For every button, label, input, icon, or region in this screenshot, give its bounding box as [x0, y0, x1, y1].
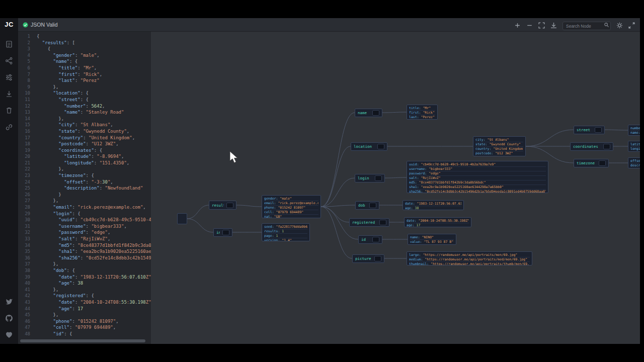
line-code: "email": "rick.perez@example.com",	[37, 204, 146, 211]
line-number: 13	[18, 109, 30, 116]
graph-node-timezone-values[interactable]: offset: "-3:30"description: "Newfoundlan…	[628, 157, 640, 168]
file-icon[interactable]	[5, 40, 13, 48]
twitter-icon[interactable]	[5, 298, 13, 306]
graph-node-dob-values[interactable]: date: "1983-12-11T20:56:07.610Z"age: 38	[403, 200, 464, 210]
app-logo[interactable]: JC	[0, 19, 18, 30]
graph-node-dob[interactable]: dob	[355, 201, 379, 210]
graph-node-timezone[interactable]: timezone	[574, 159, 609, 167]
graph-node-id-values[interactable]: name: "NINO"value: "TL 87 93 87 B"	[408, 234, 456, 245]
editor-horizontal-scrollbar[interactable]	[20, 339, 148, 342]
editor-line: 29 "login": {	[18, 211, 151, 217]
graph-node-person[interactable]: gender: "male"email: "rick.perez@example…	[262, 195, 321, 218]
line-number: 4	[18, 52, 30, 59]
node-label: picture	[355, 256, 371, 261]
line-code: "registered": {	[37, 293, 94, 299]
settings-gear-icon[interactable]	[616, 22, 623, 28]
graph-node-name[interactable]: name	[355, 109, 382, 117]
graph-node-coordinates[interactable]: coordinates	[570, 142, 613, 151]
line-code: "username": "bigbear333",	[37, 223, 127, 230]
line-code: "password": "edge",	[37, 229, 110, 236]
graph-node-location-values[interactable]: city: "St Albans"state: "Gwynedd County"…	[473, 136, 526, 156]
json-editor[interactable]: 1{2 "results": [3 {4 "gender": "male",5 …	[18, 31, 151, 344]
line-code: "phone": "015242 81097",	[37, 318, 119, 325]
editor-line: 39 "date": "1983-12-11T20:56:07.610Z",	[18, 274, 151, 281]
graph-node-results[interactable]: results	[209, 201, 236, 210]
node-row: password: "edge"	[409, 171, 546, 176]
graph-node-registered[interactable]: registered	[349, 218, 389, 227]
graph-node-root[interactable]	[177, 213, 187, 224]
child-count-badge	[377, 144, 384, 149]
graph-node-info-values[interactable]: seed: "fa2281776dda9b64"results: 1page: …	[262, 223, 310, 241]
graph-node-street-values[interactable]: number: 5642name: "Stanley Road"	[628, 125, 640, 136]
editor-line: 21 "longitude": "151.4350",	[18, 160, 151, 166]
graph-node-picture-values[interactable]: large: "https://randomuser.me/api/portra…	[407, 251, 532, 265]
node-row: age: 17	[407, 223, 469, 227]
node-row: thumbnail: "https://randomuser.me/api/po…	[409, 262, 530, 265]
graph-node-name-values[interactable]: title: "Mr"first: "Rick"last: "Perez"	[407, 105, 438, 120]
github-icon[interactable]	[5, 314, 13, 322]
editor-line: 46 "phone": "015242 81097",	[18, 318, 151, 325]
graph-node-login[interactable]: login	[355, 174, 385, 183]
line-number: 15	[18, 122, 30, 128]
line-number: 22	[18, 166, 30, 172]
link-icon[interactable]	[5, 123, 13, 131]
line-number: 3	[18, 46, 30, 52]
editor-line: 20 "latitude": "-8.9694",	[18, 153, 151, 160]
editor-line: 8 "last": "Perez"	[18, 77, 151, 84]
child-count-badge	[372, 110, 379, 116]
zoom-out-button[interactable]	[526, 22, 533, 28]
line-code: },	[37, 312, 58, 318]
toolbar-top-group	[0, 40, 18, 131]
line-number: 40	[18, 280, 30, 287]
graph-node-registered-values[interactable]: date: "2004-10-24T08:55:30.198Z"age: 17	[404, 217, 471, 227]
editor-line: 42 "registered": {	[18, 293, 151, 299]
share-icon[interactable]	[5, 57, 13, 65]
line-code: {	[37, 46, 50, 52]
graph-node-info[interactable]: info	[213, 228, 232, 237]
line-code: "md5": "8ce48377d1bbfd1f842b9c3da0b56bdc…	[37, 242, 151, 249]
graph-node-street[interactable]: street	[574, 126, 605, 134]
node-row: gender: "male"	[264, 197, 318, 201]
fullscreen-button[interactable]	[628, 22, 635, 28]
node-label: id	[361, 237, 366, 242]
editor-line: 34 "md5": "8ce48377d1bbfd1f842b9c3da0b56…	[18, 242, 151, 249]
editor-line: 27 },	[18, 198, 151, 204]
node-label: results	[212, 203, 224, 208]
fit-view-button[interactable]	[538, 22, 545, 28]
line-code: "longitude": "151.4350",	[37, 160, 129, 166]
node-row: number: 5642	[630, 126, 640, 131]
line-number: 36	[18, 255, 30, 261]
node-label: street	[577, 128, 590, 132]
save-icon[interactable]	[5, 90, 13, 98]
line-code: },	[37, 198, 58, 204]
graph-node-picture[interactable]: picture	[352, 254, 384, 263]
line-number: 8	[18, 77, 30, 84]
scrollbar-thumb[interactable]	[20, 339, 145, 342]
node-row: last: "Perez"	[409, 115, 435, 119]
editor-line: 36 "sha256": "0cd52fe14c8dbb3c42b15496d2…	[18, 255, 151, 261]
zoom-in-button[interactable]	[514, 22, 521, 28]
graph-node-coordinates-values[interactable]: latitude: "-8.9694"longitude: "151.4350"	[628, 141, 640, 152]
editor-line: 12 "number": 5642,	[18, 103, 151, 110]
graph-node-id[interactable]: id	[358, 235, 382, 244]
child-count-badge	[372, 237, 379, 242]
line-number: 26	[18, 192, 30, 198]
node-row: description: "Newfoundland"	[630, 163, 640, 167]
graph-node-login-values[interactable]: uuid: "cb49cc7d-b628-49c5-9510-4b2a7639a…	[407, 161, 548, 193]
node-row: value: "TL 87 93 87 B"	[410, 240, 454, 244]
line-number: 37	[18, 261, 30, 267]
graph-canvas[interactable]: resultsinfogender: "male"email: "rick.pe…	[151, 31, 640, 344]
node-row: name: "Stanley Road"	[630, 131, 640, 135]
heart-icon[interactable]	[5, 331, 13, 339]
node-row: city: "St Albans"	[475, 138, 523, 142]
line-code: "location": {	[37, 90, 89, 97]
node-row: medium: "https://randomuser.me/api/portr…	[409, 257, 530, 262]
download-button[interactable]	[550, 22, 557, 28]
line-code: "state": "Gwynedd County",	[37, 128, 129, 135]
sliders-icon[interactable]	[5, 73, 13, 81]
delete-icon[interactable]	[5, 107, 13, 115]
editor-line: 43 "date": "2004-10-24T08:55:30.198Z",	[18, 299, 151, 306]
node-label: coordinates	[573, 144, 598, 149]
graph-node-location[interactable]: location	[351, 142, 387, 151]
child-count-badge	[595, 127, 602, 133]
